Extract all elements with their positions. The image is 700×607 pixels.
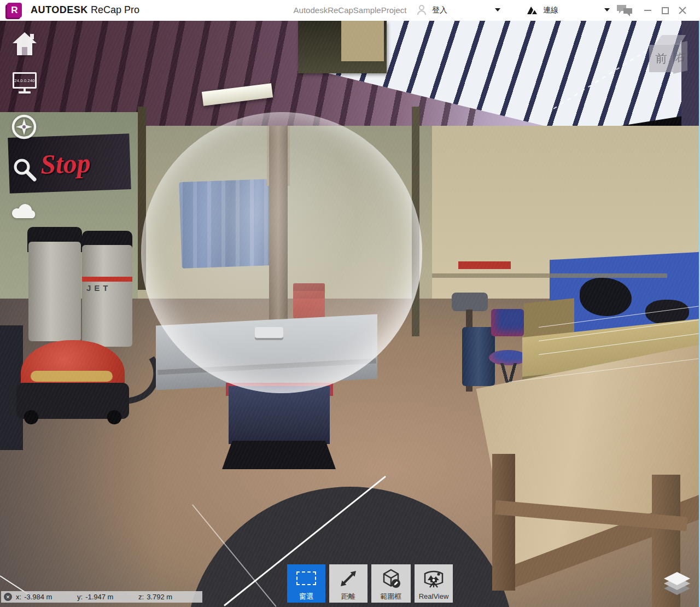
maximize-icon — [662, 7, 669, 14]
z-value: 3.792 m — [147, 593, 172, 601]
compass-icon — [11, 114, 37, 140]
scene-stool-back — [491, 309, 524, 336]
scene-tablesaw-stand — [222, 441, 336, 469]
scene-workbench-leg — [492, 454, 515, 591]
scene-conduit — [432, 273, 667, 278]
version-badge: 24.0.0.240 — [14, 78, 34, 83]
project-name: AutodeskReCapSampleProject — [294, 5, 407, 15]
monitor-base — [19, 91, 31, 94]
connect-drive-icon — [527, 5, 538, 15]
coordinates-status-bar: ✕ x: -3.984 m y: -1.947 m z: 3.792 m — [1, 591, 202, 603]
realview-button[interactable]: RealView — [415, 564, 453, 603]
distance-arrow-icon — [339, 569, 358, 588]
realview-label: RealView — [419, 592, 449, 600]
bottom-toolbar: 窗選 距離 範圍框 — [287, 564, 453, 603]
point-cloud-viewport[interactable]: Stop JET 前 — [0, 21, 700, 607]
view-cube[interactable]: 前 右 — [644, 32, 691, 79]
z-label: z: — [138, 593, 144, 601]
distance-button[interactable]: 距離 — [329, 564, 368, 603]
scene-vacuum-wheel-2 — [107, 410, 121, 424]
scene-vacuum-wheel — [24, 410, 38, 424]
layers-button[interactable] — [663, 572, 691, 598]
connect-caret-icon[interactable] — [604, 8, 610, 11]
view-cube-right-face[interactable]: 右 — [673, 41, 687, 74]
sign-in-label[interactable]: 登入 — [432, 5, 447, 15]
close-button[interactable] — [676, 4, 689, 16]
bounding-box-icon — [381, 568, 401, 589]
display-settings-button[interactable]: 24.0.0.240 — [13, 72, 37, 94]
maximize-button[interactable] — [658, 4, 672, 16]
banner-text: Stop — [40, 147, 91, 180]
navigation-button[interactable] — [11, 114, 37, 142]
connect-label[interactable]: 連線 — [543, 5, 558, 15]
x-value: -3.984 m — [24, 593, 52, 601]
minimize-icon — [644, 10, 651, 11]
recap-logo-icon: R — [7, 3, 22, 17]
scene-tablesaw-cabinet — [229, 386, 330, 444]
crosshair-icon: ✕ — [4, 593, 12, 601]
bounding-box-label: 範圍框 — [381, 592, 402, 600]
window-select-button[interactable]: 窗選 — [287, 564, 325, 603]
feedback-button[interactable] — [616, 4, 633, 19]
person-icon — [417, 4, 427, 15]
sign-in-caret-icon[interactable] — [495, 8, 500, 11]
view-cube-front-face[interactable]: 前 — [649, 45, 673, 72]
realview-scan-sphere[interactable] — [141, 112, 422, 393]
scene-ceiling-duct — [341, 21, 384, 61]
home-icon — [12, 32, 37, 56]
product-title: ReCap Pro — [91, 4, 139, 16]
x-label: x: — [16, 593, 21, 601]
marquee-select-icon — [296, 571, 316, 585]
realview-camera-icon — [423, 569, 445, 588]
close-icon — [679, 7, 686, 14]
scene-dust-collector-drum — [28, 242, 81, 341]
bounding-box-button[interactable]: 範圍框 — [371, 564, 411, 603]
scene-jet-stripe — [82, 277, 132, 282]
monitor-icon: 24.0.0.240 — [13, 72, 37, 89]
y-label: y: — [77, 593, 83, 601]
scene-vacuum-label — [31, 371, 113, 382]
feedback-bubbles-icon — [616, 4, 633, 17]
jet-brand-text: JET — [86, 283, 112, 293]
scene-red-rack — [458, 261, 511, 269]
minimize-button[interactable] — [641, 4, 654, 16]
home-button[interactable] — [12, 32, 37, 58]
y-value: -1.947 m — [85, 593, 113, 601]
distance-label: 距離 — [341, 592, 355, 600]
scene-dust-collector-drum-2 — [82, 245, 132, 347]
connect-button[interactable] — [527, 5, 538, 17]
cloud-icon — [11, 200, 38, 220]
title-bar: R AUTODESK ReCap Pro AutodeskReCapSample… — [0, 0, 700, 21]
magnifier-icon — [11, 156, 37, 182]
scene-grinder — [452, 293, 488, 311]
cloud-button[interactable] — [11, 200, 38, 222]
sign-in-button[interactable] — [417, 4, 427, 17]
brand-title: AUTODESK — [31, 4, 88, 16]
window-select-label: 窗選 — [299, 592, 313, 600]
search-button[interactable] — [11, 156, 37, 184]
